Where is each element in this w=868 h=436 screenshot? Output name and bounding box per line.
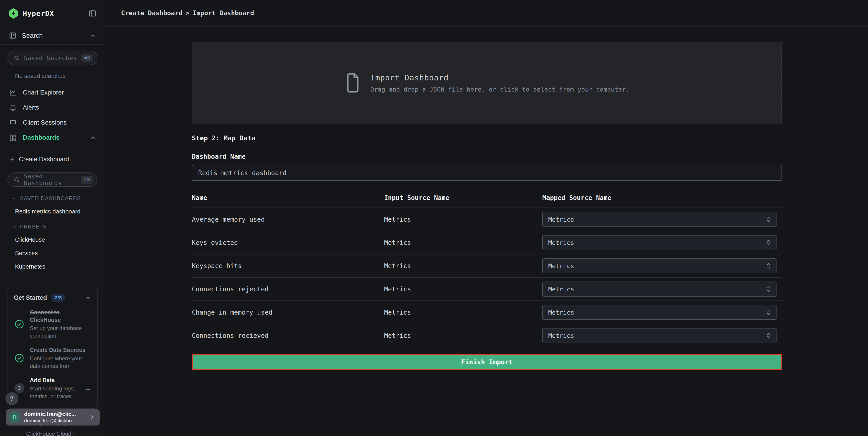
shortcut-badge: ⌘K — [81, 54, 93, 62]
sidebar-item-label: Dashboards — [23, 134, 84, 141]
mapped-source-select[interactable]: Metrics — [542, 328, 776, 343]
table-row: Connections recieved Metrics Metrics — [192, 324, 782, 347]
table-row: Change in memory used Metrics Metrics — [192, 301, 782, 324]
avatar: D — [9, 411, 21, 423]
mapping-table: Name Input Source Name Mapped Source Nam… — [192, 190, 782, 347]
select-chevrons-icon — [767, 262, 771, 269]
sidebar-item-dashboards[interactable]: Dashboards — [0, 130, 105, 145]
sidebar-item-label: Client Sessions — [23, 119, 96, 126]
sidebar-nav: Chart Explorer Alerts Client Sessions — [0, 82, 105, 149]
get-started-item-connect[interactable]: Connect to ClickHouse Set up your databa… — [14, 309, 91, 340]
step-number-badge: 3 — [14, 383, 25, 393]
create-dashboard-button[interactable]: + Create Dashboard — [0, 152, 105, 167]
mapped-source-select[interactable]: Metrics — [542, 212, 776, 227]
chevron-up-icon — [89, 134, 96, 141]
table-row: Keys evicted Metrics Metrics — [192, 231, 782, 255]
bell-icon — [9, 104, 17, 112]
finish-import-button[interactable]: Finish Import — [192, 354, 782, 370]
presets-section-header[interactable]: PRESETS — [0, 215, 105, 230]
saved-dashboards-input[interactable]: Saved Dashboards ⌘K — [7, 172, 97, 187]
saved-searches-placeholder: Saved Searches — [24, 55, 78, 61]
cloud-promo-line2: ClickHouse Cloud? — [26, 431, 75, 436]
dashboards-icon — [9, 134, 17, 142]
select-chevrons-icon — [767, 239, 771, 246]
top-bar: Create Dashboard>Import Dashboard — [106, 0, 868, 27]
sidebar-item-client-sessions[interactable]: Client Sessions — [0, 115, 105, 130]
metric-name: Change in memory used — [192, 309, 384, 316]
get-started-item-add-data[interactable]: 3 Add Data Start sending logs, metrics, … — [14, 377, 91, 400]
user-name: dominic.tran@clic... — [24, 411, 85, 417]
preset-item-clickhouse[interactable]: ClickHouse — [0, 230, 105, 243]
select-chevrons-icon — [767, 309, 771, 316]
preset-item-kubernetes[interactable]: Kubernetes — [0, 257, 105, 270]
breadcrumb: Create Dashboard>Import Dashboard — [121, 9, 254, 17]
mapped-source-select[interactable]: Metrics — [542, 305, 776, 320]
saved-dashboards-section-header[interactable]: SAVED DASHBOARDS — [0, 187, 105, 202]
sidebar-item-alerts[interactable]: Alerts — [0, 100, 105, 115]
table-row: Average memory used Metrics Metrics — [192, 208, 782, 231]
input-source-name: Metrics — [384, 332, 542, 340]
search-icon — [13, 176, 20, 183]
breadcrumb-create-dashboard[interactable]: Create Dashboard — [121, 9, 183, 17]
divider — [0, 45, 105, 45]
plus-icon: + — [10, 155, 14, 163]
search-section-label: Search — [22, 32, 85, 39]
hyperdx-logo-icon — [8, 8, 19, 19]
saved-dashboards-placeholder: Saved Dashboards — [24, 173, 78, 186]
task-description: Start sending logs, metrics, or traces — [30, 385, 79, 400]
user-profile-button[interactable]: D dominic.tran@clic... dominic.tran@clic… — [6, 409, 100, 426]
table-row: Keyspace hits Metrics Metrics — [192, 255, 782, 278]
chevron-right-icon — [89, 414, 96, 421]
no-saved-searches-note: No saved searches — [0, 65, 105, 82]
task-title: Add Data — [30, 377, 79, 384]
get-started-item-sources[interactable]: Create Data Sources Configure where your… — [14, 346, 91, 370]
file-dropzone[interactable]: Import Dashboard Drag and drop a JSON fi… — [192, 42, 782, 124]
metric-name: Connections recieved — [192, 332, 384, 340]
search-section-icon — [9, 31, 17, 40]
chevron-down-icon — [11, 224, 17, 230]
check-circle-icon — [14, 353, 25, 364]
dashboard-name-input[interactable] — [192, 165, 782, 181]
breadcrumb-import-dashboard: Import Dashboard — [193, 9, 254, 17]
input-source-name: Metrics — [384, 285, 542, 293]
mapped-source-select[interactable]: Metrics — [542, 235, 776, 250]
dropzone-title: Import Dashboard — [371, 73, 629, 82]
sidebar-item-chart-explorer[interactable]: Chart Explorer — [0, 85, 105, 100]
import-content: Import Dashboard Drag and drop a JSON fi… — [192, 42, 782, 370]
task-title: Create Data Sources — [30, 346, 87, 354]
sidebar-item-label: Alerts — [23, 104, 96, 111]
logo-row: HyperDX — [0, 0, 105, 27]
saved-dashboard-item[interactable]: Redis metrics dashboard — [0, 202, 105, 215]
task-title: Connect to ClickHouse — [30, 309, 87, 323]
main-area: Create Dashboard>Import Dashboard Import… — [106, 0, 868, 436]
mapped-source-select[interactable]: Metrics — [542, 282, 776, 297]
create-dashboard-label: Create Dashboard — [19, 156, 69, 163]
chevron-up-icon — [85, 294, 91, 301]
saved-searches-input[interactable]: Saved Searches ⌘K — [7, 51, 97, 65]
divider — [0, 149, 105, 149]
sidebar-collapse-icon[interactable] — [88, 9, 97, 18]
preset-item-services[interactable]: Services — [0, 243, 105, 257]
task-description: Configure where your data comes from — [30, 355, 91, 370]
chevron-down-icon — [11, 196, 17, 201]
input-source-name: Metrics — [384, 262, 542, 270]
get-started-card: Get Started 2/3 Connect to ClickHouse Se… — [7, 287, 98, 409]
input-source-name: Metrics — [384, 239, 542, 246]
column-header-input-source: Input Source Name — [384, 194, 542, 202]
input-source-name: Metrics — [384, 309, 542, 316]
step-title: Step 2: Map Data — [192, 134, 782, 142]
chart-explorer-icon — [9, 88, 17, 96]
column-header-name: Name — [192, 194, 384, 202]
chevron-up-icon — [89, 32, 96, 39]
select-chevrons-icon — [767, 216, 771, 223]
mapped-source-select[interactable]: Metrics — [542, 258, 776, 273]
table-header-row: Name Input Source Name Mapped Source Nam… — [192, 190, 782, 208]
help-button[interactable]: ? — [5, 392, 18, 405]
input-source-name: Metrics — [384, 216, 542, 223]
arrow-right-icon: → — [84, 384, 91, 393]
search-section-header[interactable]: Search — [0, 27, 105, 45]
file-icon — [345, 73, 361, 93]
progress-badge: 2/3 — [51, 294, 66, 302]
get-started-header[interactable]: Get Started 2/3 — [14, 294, 91, 302]
metric-name: Keys evicted — [192, 239, 384, 246]
